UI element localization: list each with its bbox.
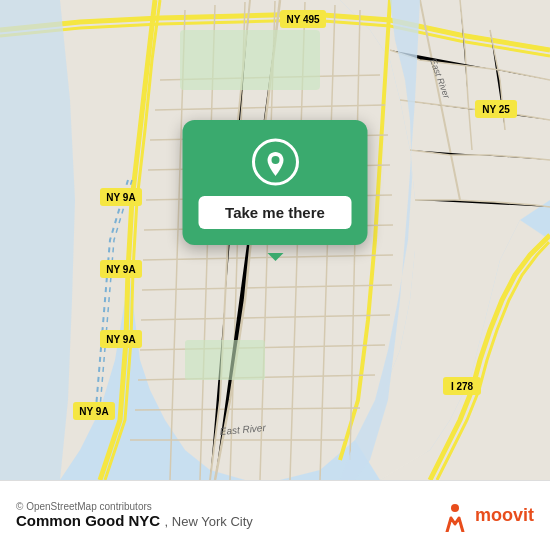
moovit-brand-icon — [439, 500, 471, 532]
svg-text:NY 9A: NY 9A — [106, 334, 135, 345]
svg-text:NY 9A: NY 9A — [106, 264, 135, 275]
svg-text:I 278: I 278 — [451, 381, 474, 392]
take-me-there-button[interactable]: Take me there — [199, 196, 352, 229]
svg-text:NY 25: NY 25 — [482, 104, 510, 115]
map-attribution: © OpenStreetMap contributors — [16, 501, 253, 512]
place-info: © OpenStreetMap contributors Common Good… — [16, 501, 253, 530]
svg-rect-25 — [180, 30, 320, 90]
svg-point-45 — [451, 504, 459, 512]
moovit-logo: moovit — [439, 500, 534, 532]
svg-text:NY 9A: NY 9A — [79, 406, 108, 417]
bottom-bar: © OpenStreetMap contributors Common Good… — [0, 480, 550, 550]
svg-text:NY 9A: NY 9A — [106, 192, 135, 203]
popup-card: Take me there — [183, 120, 368, 245]
location-pin-icon — [251, 138, 299, 186]
moovit-label: moovit — [475, 505, 534, 526]
place-name: Common Good NYC — [16, 512, 160, 529]
svg-point-44 — [271, 156, 279, 164]
svg-text:NY 495: NY 495 — [286, 14, 320, 25]
svg-rect-26 — [185, 340, 265, 380]
place-city: , New York City — [165, 514, 253, 529]
map-container: NY 495 NY 25 NY 9A NY 9A NY 9A NY 9A I 2… — [0, 0, 550, 480]
